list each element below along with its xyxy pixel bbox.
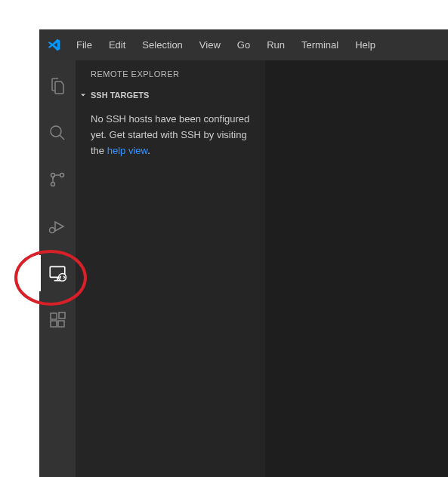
menu-view[interactable]: View — [193, 36, 227, 54]
section-label: SSH TARGETS — [91, 91, 149, 100]
menu-selection[interactable]: Selection — [135, 36, 189, 54]
svg-line-1 — [60, 135, 64, 140]
empty-ssh-message: No SSH hosts have been configured yet. G… — [76, 103, 265, 167]
menu-edit[interactable]: Edit — [102, 36, 132, 54]
files-icon — [48, 77, 66, 95]
svg-line-10 — [54, 232, 54, 233]
menu-file[interactable]: File — [70, 36, 99, 54]
debug-icon — [48, 217, 66, 235]
sidebar-title: REMOTE EXPLORER — [76, 60, 265, 87]
svg-point-2 — [60, 174, 64, 177]
menu-help[interactable]: Help — [348, 36, 382, 54]
editor-area — [265, 60, 448, 477]
activity-search[interactable] — [39, 115, 76, 151]
menu-go[interactable]: Go — [230, 36, 257, 54]
menu-terminal[interactable]: Terminal — [295, 36, 345, 54]
activity-extensions[interactable] — [39, 302, 76, 338]
section-ssh-targets[interactable]: SSH TARGETS — [76, 87, 265, 103]
svg-marker-5 — [55, 222, 63, 231]
empty-text-suffix: . — [147, 145, 150, 156]
vscode-logo-icon — [47, 38, 60, 52]
svg-rect-18 — [59, 312, 65, 319]
activity-remote-explorer[interactable] — [39, 255, 76, 291]
menu-run[interactable]: Run — [260, 36, 292, 54]
source-control-icon — [48, 171, 66, 189]
sidebar: REMOTE EXPLORER SSH TARGETS No SSH hosts… — [76, 60, 265, 477]
svg-point-0 — [51, 126, 61, 137]
activity-bar — [39, 60, 76, 477]
help-view-link[interactable]: help view — [107, 145, 147, 156]
svg-line-9 — [51, 228, 51, 229]
activity-source-control[interactable] — [39, 162, 76, 198]
search-icon — [48, 124, 66, 142]
extensions-icon — [48, 311, 66, 329]
activity-explorer[interactable] — [39, 68, 76, 104]
chevron-down-icon — [78, 90, 88, 100]
menubar: File Edit Selection View Go Run Terminal… — [39, 29, 448, 60]
svg-rect-17 — [58, 321, 64, 327]
activity-run-debug[interactable] — [39, 208, 76, 245]
svg-rect-15 — [51, 313, 57, 319]
svg-rect-16 — [51, 321, 57, 327]
remote-explorer-icon — [48, 263, 67, 283]
svg-point-3 — [51, 183, 55, 186]
